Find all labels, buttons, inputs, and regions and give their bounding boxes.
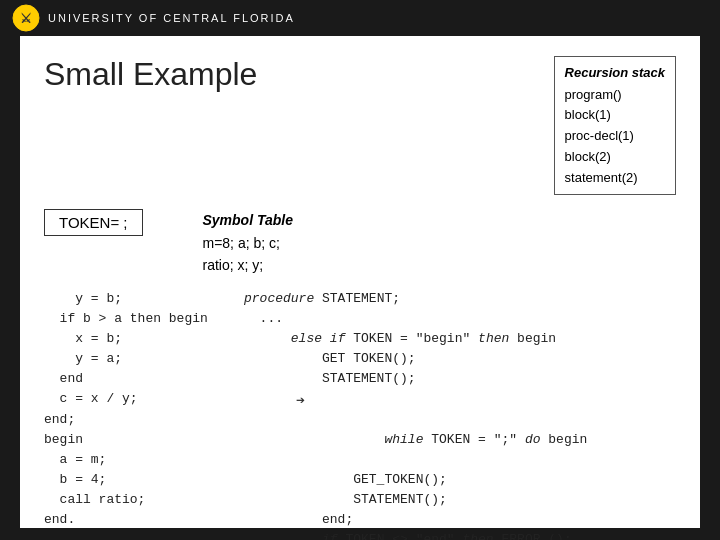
left-line-6: c = x / y;: [44, 389, 234, 409]
left-line-11: call ratio;: [44, 490, 234, 510]
right-line-2: ...: [244, 309, 676, 329]
token-box: TOKEN= ;: [44, 209, 143, 236]
right-line-6: ➔ while TOKEN = ";" do begin: [244, 389, 676, 470]
stack-item-5: statement(2): [565, 168, 665, 189]
main-content: Small Example Recursion stack program() …: [20, 36, 700, 528]
page-title: Small Example: [44, 56, 257, 93]
left-line-5: end: [44, 369, 234, 389]
left-line-3: x = b;: [44, 329, 234, 349]
right-code-block: procedure STATEMENT; ... else if TOKEN =…: [244, 289, 676, 540]
stack-item-4: block(2): [565, 147, 665, 168]
token-row: TOKEN= ; Symbol Table m=8; a; b; c; rati…: [44, 209, 676, 276]
recursion-stack-content: program() block(1) proc-decl(1) block(2)…: [565, 85, 665, 189]
stack-item-2: block(1): [565, 105, 665, 126]
while-token-begin: while TOKEN = ";" do begin: [306, 432, 587, 447]
recursion-stack-label: Recursion stack: [565, 63, 665, 83]
left-line-12: end.: [44, 510, 234, 530]
right-line-10: if TOKEN <> "end" then ERROR ();: [244, 530, 676, 540]
symbol-table-line1: m=8; a; b; c;: [203, 235, 280, 251]
university-name: UNIVERSITY OF CENTRAL FLORIDA: [48, 12, 295, 24]
title-row: Small Example Recursion stack program() …: [44, 56, 676, 195]
left-line-9: a = m;: [44, 450, 234, 470]
left-line-10: b = 4;: [44, 470, 234, 490]
arrow-icon: ➔: [296, 390, 305, 413]
left-line-8: begin: [44, 430, 234, 450]
ucf-logo: ⚔: [12, 4, 40, 32]
right-line-1: procedure STATEMENT;: [244, 289, 676, 309]
stack-item-3: proc-decl(1): [565, 126, 665, 147]
svg-text:⚔: ⚔: [20, 11, 32, 26]
right-line-5: STATEMENT();: [244, 369, 676, 389]
symbol-table-label: Symbol Table: [203, 212, 294, 228]
code-area: y = b; if b > a then begin x = b; y = a;…: [44, 289, 676, 540]
left-line-1: y = b;: [44, 289, 234, 309]
left-line-7: end;: [44, 410, 234, 430]
right-line-8: STATEMENT();: [244, 490, 676, 510]
left-line-2: if b > a then begin: [44, 309, 234, 329]
right-line-4: GET TOKEN();: [244, 349, 676, 369]
symbol-table-line2: ratio; x; y;: [203, 257, 264, 273]
stack-item-1: program(): [565, 85, 665, 106]
recursion-stack-box: Recursion stack program() block(1) proc-…: [554, 56, 676, 195]
right-line-7: GET_TOKEN();: [244, 470, 676, 490]
right-line-9: end;: [244, 510, 676, 530]
symbol-table-block: Symbol Table m=8; a; b; c; ratio; x; y;: [203, 209, 294, 276]
left-code-block: y = b; if b > a then begin x = b; y = a;…: [44, 289, 244, 540]
left-line-4: y = a;: [44, 349, 234, 369]
header-bar: ⚔ UNIVERSITY OF CENTRAL FLORIDA: [0, 0, 720, 36]
right-line-3: else if TOKEN = "begin" then begin: [244, 329, 676, 349]
